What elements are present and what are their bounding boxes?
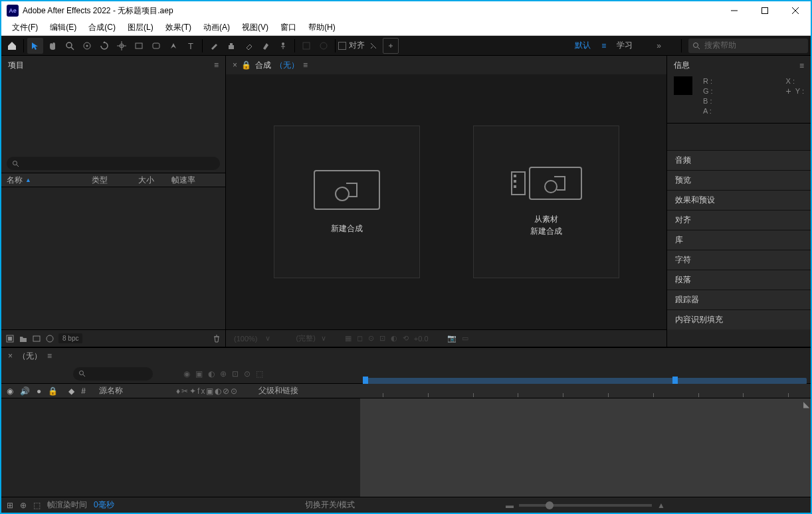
workspace-learn[interactable]: 学习 — [610, 40, 639, 51]
project-search-input[interactable] — [7, 157, 220, 170]
switches-toggle[interactable]: 切换开关/模式 — [305, 499, 355, 511]
eraser-tool[interactable] — [241, 38, 256, 54]
interpret-icon[interactable] — [5, 334, 15, 343]
timeline-zoom-slider[interactable]: ▬ ▲ — [360, 501, 811, 510]
search-help-input[interactable]: 搜索帮助 — [688, 39, 808, 53]
menu-edit[interactable]: 编辑(E) — [45, 21, 82, 35]
shape-tool-icon[interactable] — [316, 38, 332, 54]
tl-icon[interactable]: ◐ — [208, 369, 215, 379]
trash-icon[interactable] — [212, 334, 221, 343]
lock-icon[interactable]: 🔒 — [241, 60, 251, 70]
home-button[interactable] — [4, 38, 20, 54]
col-label-icon[interactable] — [74, 176, 86, 184]
panel-library[interactable]: 库 — [667, 230, 811, 250]
panel-preview[interactable]: 预览 — [667, 170, 811, 190]
workspace-default[interactable]: 默认 — [568, 40, 597, 51]
solo-col-icon[interactable]: ● — [37, 386, 41, 396]
region-icon[interactable]: ⊡ — [379, 334, 385, 343]
panel-effects[interactable]: 效果和预设 — [667, 190, 811, 210]
menu-effect[interactable]: 效果(T) — [160, 21, 197, 35]
parent-col[interactable]: 父级和链接 — [258, 385, 298, 396]
panel-paragraph[interactable]: 段落 — [667, 270, 811, 290]
composition-tab[interactable]: 合成 — [255, 60, 271, 71]
panel-audio[interactable]: 音频 — [667, 150, 811, 170]
text-tool[interactable]: T — [183, 38, 199, 54]
new-from-footage-button[interactable]: 从素材新建合成 — [473, 126, 619, 278]
menu-file[interactable]: 文件(F) — [7, 21, 43, 35]
eye-col-icon[interactable]: ◉ — [7, 386, 13, 396]
new-composition-button[interactable]: 新建合成 — [274, 126, 420, 278]
snap-grid-icon[interactable] — [383, 38, 399, 54]
menu-view[interactable]: 视图(V) — [237, 21, 274, 35]
orbit-tool[interactable] — [79, 38, 95, 54]
anchor-tool[interactable] — [114, 38, 130, 54]
project-tab[interactable]: 项目 — [8, 60, 24, 71]
collapse-icon[interactable]: ◣ — [803, 400, 809, 409]
audio-col-icon[interactable]: 🔊 — [20, 386, 30, 396]
exposure-value[interactable]: +0.0 — [414, 335, 429, 343]
bpc-button[interactable]: 8 bpc — [58, 333, 82, 343]
snap-toggle[interactable]: 对齐 — [338, 40, 365, 51]
panel-character[interactable]: 字符 — [667, 250, 811, 270]
clone-tool[interactable] — [223, 38, 239, 54]
mask-toggle-icon[interactable]: ◻ — [357, 334, 363, 343]
view-icon[interactable]: ▭ — [462, 334, 468, 343]
tl-icon[interactable]: ▣ — [195, 369, 203, 379]
folder-icon[interactable] — [19, 334, 28, 343]
ellipse-tool[interactable] — [148, 38, 164, 54]
menu-animation[interactable]: 动画(A) — [198, 21, 235, 35]
tl-icon[interactable]: ⊕ — [220, 369, 227, 379]
menu-composition[interactable]: 合成(C) — [83, 21, 121, 35]
label-col-icon[interactable]: ◆ — [68, 386, 74, 396]
source-name-col[interactable]: 源名称 — [99, 385, 123, 396]
panel-menu-icon[interactable]: ≡ — [799, 61, 804, 70]
panel-tracker[interactable]: 跟踪器 — [667, 290, 811, 309]
timeline-tab[interactable]: （无） — [18, 351, 42, 362]
rectangle-tool[interactable] — [131, 38, 147, 54]
panel-menu-icon[interactable]: ≡ — [214, 60, 219, 70]
selection-tool[interactable] — [27, 38, 43, 54]
project-list[interactable] — [1, 187, 225, 329]
col-size[interactable]: 大小 — [133, 175, 166, 186]
new-comp-icon[interactable] — [32, 334, 41, 343]
panel-content-aware[interactable]: 内容识别填充 — [667, 309, 811, 329]
hand-tool[interactable] — [45, 38, 60, 54]
toggle-icon[interactable]: ⊕ — [20, 501, 27, 510]
info-panel-title[interactable]: 信息 — [674, 60, 690, 71]
layer-list[interactable] — [1, 398, 360, 497]
close-button[interactable] — [780, 1, 811, 20]
roto-tool[interactable] — [258, 38, 274, 54]
channel-icon[interactable]: ◐ — [391, 334, 397, 343]
mask-tool-icon[interactable] — [298, 38, 314, 54]
col-type[interactable]: 类型 — [86, 175, 133, 186]
snap-options-icon[interactable] — [365, 38, 381, 54]
grid-icon[interactable]: ▦ — [345, 334, 352, 343]
zoom-tool[interactable] — [62, 38, 78, 54]
timeline-search-input[interactable] — [73, 367, 153, 381]
tl-icon[interactable]: ⬚ — [256, 369, 263, 379]
switches-cols[interactable]: ♦✂✦fx▣◐⊘⊙ — [176, 386, 239, 396]
minimize-button[interactable] — [719, 1, 750, 20]
lock-col-icon[interactable]: 🔒 — [48, 386, 58, 396]
snapshot-icon[interactable]: 📷 — [447, 334, 457, 343]
toggle-icon[interactable]: ⬚ — [33, 501, 41, 510]
menu-help[interactable]: 帮助(H) — [303, 21, 341, 35]
tl-icon[interactable]: ⊙ — [244, 369, 251, 379]
brush-tool[interactable] — [206, 38, 222, 54]
col-fps[interactable]: 帧速率 — [166, 175, 201, 186]
index-col[interactable]: # — [81, 386, 86, 396]
menu-layer[interactable]: 图层(L) — [122, 21, 159, 35]
puppet-tool[interactable] — [275, 38, 291, 54]
timeline-ruler[interactable] — [360, 384, 811, 398]
rotation-tool[interactable] — [96, 38, 112, 54]
tl-icon[interactable]: ⊡ — [232, 369, 239, 379]
timeline-tracks[interactable]: ◣ — [360, 398, 811, 497]
reset-exposure-icon[interactable]: ⟲ — [403, 334, 409, 343]
pen-tool[interactable] — [165, 38, 181, 54]
tl-icon[interactable]: ◉ — [183, 369, 190, 379]
panel-align[interactable]: 对齐 — [667, 210, 811, 230]
maximize-button[interactable] — [750, 1, 780, 20]
resolution[interactable]: (完整) — [296, 333, 315, 343]
adjustment-icon[interactable] — [45, 334, 54, 343]
time-icon[interactable]: ⊙ — [368, 334, 374, 343]
